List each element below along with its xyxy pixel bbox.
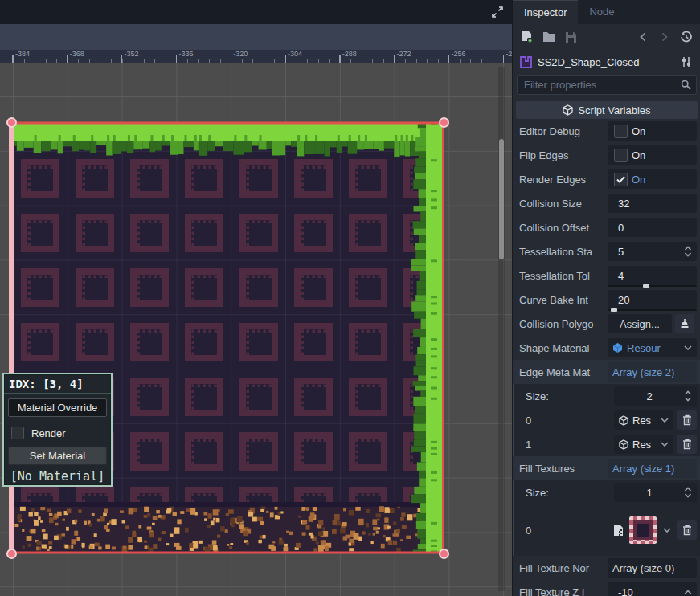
prop-label: Collision Size (519, 198, 608, 210)
prop-row-fill-textures: Fill Textures Array (size 1) (513, 456, 700, 480)
field-value: 32 (612, 198, 629, 210)
field-value: 20 (612, 294, 629, 306)
prop-label: Tessellation Sta (519, 246, 608, 258)
filter-properties-input[interactable] (522, 78, 676, 92)
assign-node-button[interactable]: Assign... (608, 314, 672, 333)
history-back-icon[interactable] (635, 29, 651, 45)
edge-meta-item-1-resource[interactable]: Res (614, 435, 673, 454)
edge-meta-item-0-resource[interactable]: Res (614, 410, 673, 430)
flip-edges-checkbox-field[interactable]: On (608, 145, 697, 165)
load-resource-folder-icon[interactable] (541, 29, 557, 45)
chevron-down-icon[interactable] (663, 528, 671, 533)
resource-cube-icon (619, 439, 628, 450)
set-material-button[interactable]: Set Material (8, 447, 107, 465)
trash-icon[interactable] (677, 410, 697, 430)
array-size-row: Size: 2 (514, 384, 700, 408)
tab-inspector[interactable]: Inspector (513, 0, 578, 25)
object-history-icon[interactable] (678, 29, 694, 45)
slider-grabber[interactable] (643, 284, 649, 288)
fill-textures-array-block: Size: 1 0 (513, 480, 700, 556)
slider-grabber[interactable] (611, 308, 617, 312)
spinner-updown-icon[interactable] (684, 246, 692, 257)
prop-label: Flip Edges (519, 149, 608, 161)
checkbox-checked[interactable] (614, 173, 628, 186)
slider-track[interactable] (608, 285, 697, 287)
save-resource-icon[interactable] (563, 29, 579, 45)
spinner-updown-icon[interactable] (684, 390, 692, 402)
shape-point-handle-bottom-left[interactable] (6, 549, 17, 559)
collision-offset-field[interactable]: 0 (608, 218, 697, 237)
prop-row-shape-material: Shape Material Resour (513, 336, 700, 360)
spinner-updown-icon[interactable] (684, 487, 692, 498)
collision-size-field[interactable]: 32 (608, 194, 697, 213)
texture-file-icon (612, 524, 624, 537)
shape-material-resource-field[interactable]: Resour (608, 338, 697, 357)
prop-label: Curve Bake Int (519, 294, 608, 306)
prop-row-editor-debug: Editor Debug On (513, 119, 700, 143)
prop-label: Fill Textures (519, 463, 608, 475)
prop-row-edge-meta-materials: Edge Meta Mat Array (size 2) (513, 360, 700, 384)
trash-icon[interactable] (677, 520, 697, 540)
resource-cube-icon (612, 342, 623, 353)
edge-meta-size-field[interactable]: 2 (614, 386, 697, 406)
edge-meta-array-block: Size: 2 0 (513, 384, 700, 456)
spinner-up-icon[interactable] (684, 590, 692, 595)
shape-point-handle-top-right[interactable] (439, 117, 449, 128)
fill-texture-z-index-field[interactable]: -10 (608, 582, 697, 596)
2d-viewport[interactable]: -384-368-352-336-320-304-288-272-256-240… (0, 0, 512, 596)
prop-row-collision-polygon: Collision Polygo Assign... (513, 312, 700, 336)
history-forward-icon[interactable] (657, 29, 673, 45)
fill-texture-preview[interactable] (629, 516, 657, 544)
fill-textures-size-field[interactable]: 1 (614, 483, 697, 502)
tessellation-tolerance-field[interactable]: 4 (608, 266, 697, 285)
edge-meta-array-link[interactable]: Array (size 2) (608, 362, 697, 382)
array-item-row: 0 Res (514, 408, 700, 432)
section-script-variables[interactable]: Script Variables (516, 101, 698, 119)
new-resource-icon[interactable] (519, 29, 535, 45)
chevron-down-icon[interactable] (684, 345, 692, 350)
array-size-text: Array (size 1) (612, 463, 674, 475)
shape-point-handle-top-left[interactable] (6, 117, 17, 128)
render-edges-checkbox-field[interactable]: On (608, 169, 697, 189)
checkbox-unchecked[interactable] (614, 125, 628, 138)
render-checkbox-row[interactable]: Render (11, 427, 107, 439)
trash-icon[interactable] (677, 435, 697, 454)
item-index: 0 (521, 414, 614, 427)
prop-label: Collision Offset (519, 222, 608, 234)
prop-row-flip-edges: Flip Edges On (513, 143, 700, 167)
chevron-down-icon[interactable] (661, 418, 669, 423)
prop-label: Edge Meta Mat (519, 366, 608, 378)
editor-debug-checkbox-field[interactable]: On (608, 121, 697, 141)
filter-properties-box[interactable] (517, 75, 697, 95)
checkbox-unchecked[interactable] (614, 149, 628, 162)
pick-node-broom-icon[interactable] (675, 314, 694, 333)
ruler-label: -352 (125, 50, 139, 58)
texture-item-row: 0 (514, 504, 700, 556)
extra-resource-options-icon[interactable] (678, 54, 694, 70)
render-checkbox[interactable] (11, 427, 24, 439)
canvas-shape-render[interactable] (0, 63, 512, 596)
ruler-label: -304 (288, 50, 302, 58)
prop-row-fill-texture-normals: Fill Texture Nor Array (size 0) (513, 556, 700, 580)
tessellation-stages-field[interactable]: 5 (608, 242, 697, 261)
prop-row-collision-size: Collision Size 32 (513, 191, 700, 215)
shape-point-handle-bottom-right[interactable] (439, 549, 449, 559)
viewport-vertical-scrollbar[interactable] (499, 139, 504, 259)
ruler-label: -384 (15, 50, 30, 58)
chevron-down-icon[interactable] (661, 442, 669, 447)
resource-name: Res (632, 414, 651, 427)
ruler-label: -368 (70, 50, 84, 58)
inspector-toolbar (513, 24, 700, 50)
fill-texture-normals-array-link[interactable]: Array (size 0) (608, 558, 697, 578)
resource-cube-icon (619, 415, 628, 426)
tab-node[interactable]: Node (578, 0, 625, 24)
property-list: Script Variables Editor Debug On Flip Ed… (513, 96, 700, 596)
slider-track[interactable] (608, 309, 697, 311)
material-override-button[interactable]: Material Override (8, 398, 107, 417)
prop-row-collision-offset: Collision Offset 0 (513, 215, 700, 239)
section-title: Script Variables (578, 104, 650, 116)
ruler-label: -256 (451, 50, 465, 58)
curve-bake-interval-field[interactable]: 20 (608, 290, 697, 309)
fill-textures-array-link[interactable]: Array (size 1) (608, 459, 697, 478)
expand-icon[interactable] (489, 4, 506, 20)
